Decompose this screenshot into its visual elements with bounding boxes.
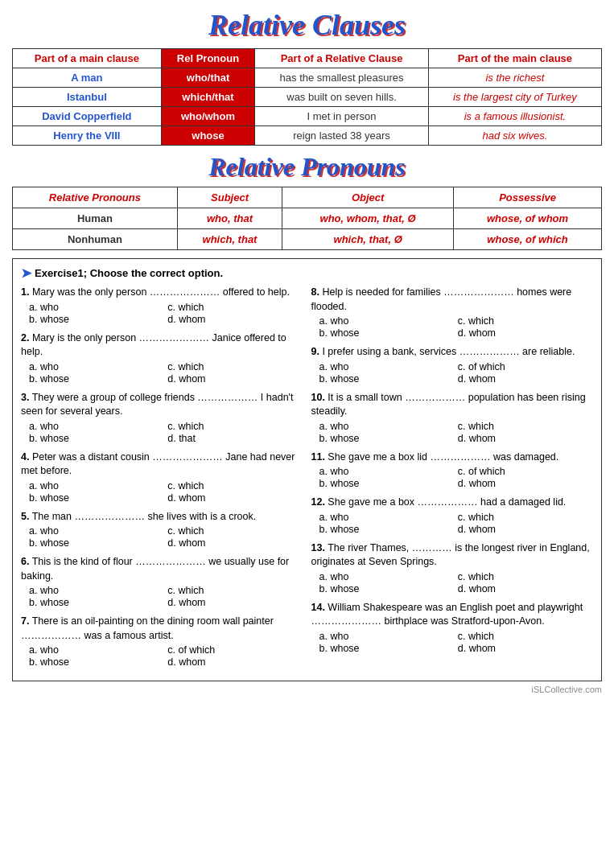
pronouns-cell-object: which, that, Ø <box>282 229 454 250</box>
question-item: 11. She gave me a box lid ……………… was dam… <box>311 450 594 490</box>
option-label: b. whose <box>29 373 164 385</box>
clauses-cell-main: Istanbul <box>13 88 162 107</box>
option-label: c. which <box>167 525 303 537</box>
option-label: b. whose <box>319 433 455 444</box>
question-num: 6. <box>21 556 29 567</box>
options-grid: a. whoc. whichb. whosed. whom <box>319 315 594 339</box>
question-item: 5. The man ………………… she lives with is a c… <box>21 510 303 549</box>
question-item: 12. She gave me a box ……………… had a damag… <box>311 496 594 535</box>
question-num: 13. <box>311 542 325 553</box>
option-label: c. which <box>458 631 593 642</box>
pronouns-cell-possessive: whose, of whom <box>454 208 602 229</box>
question-num: 7. <box>21 615 29 627</box>
question-text: 7. There is an oil-painting on the dinin… <box>21 615 303 643</box>
clauses-row: David Copperfieldwho/whomI met in person… <box>13 107 602 126</box>
options-grid: a. whoc. whichb. whosed. whom <box>319 512 594 535</box>
option-label: d. whom <box>458 433 593 444</box>
option-label: a. who <box>319 571 455 582</box>
option-label: b. whose <box>29 433 164 444</box>
question-num: 8. <box>311 286 319 298</box>
question-text: 4. Peter was a distant cousin ………………… Ja… <box>21 450 303 479</box>
clauses-cell-main: David Copperfield <box>13 107 162 126</box>
question-text: 10. It is a small town ……………… population… <box>311 391 594 419</box>
exercise-title-text: Exercise1; Choose the correct option. <box>35 267 223 279</box>
question-text: 12. She gave me a box ……………… had a damag… <box>311 496 594 510</box>
question-num: 14. <box>311 602 325 613</box>
option-label: a. who <box>319 466 455 477</box>
question-text: 8. Help is needed for families ………………… h… <box>311 286 594 314</box>
option-label: c. which <box>458 315 593 327</box>
option-label: b. whose <box>29 537 164 549</box>
clauses-cell-rel: was built on seven hills. <box>255 88 429 107</box>
clauses-header-3: Part of a Relative Clause <box>255 49 429 68</box>
exercise-columns: 1. Mary was the only person ………………… offe… <box>21 286 593 674</box>
pronouns-table: Relative Pronouns Subject Object Possess… <box>12 187 602 250</box>
question-item: 10. It is a small town ……………… population… <box>311 391 594 444</box>
question-text: 14. William Shakespeare was an English p… <box>311 601 594 629</box>
clauses-cell-main: A man <box>13 68 162 88</box>
clauses-header-1: Part of a main clause <box>13 49 162 68</box>
clauses-cell-pronoun: who/whom <box>161 107 255 126</box>
options-grid: a. whoc. of whichb. whosed. whom <box>319 466 594 489</box>
question-text: 2. Mary is the only person ………………… Janic… <box>21 331 303 360</box>
option-label: b. whose <box>319 327 455 339</box>
clauses-cell-rel: has the smallest pleasures <box>255 68 429 88</box>
option-label: b. whose <box>29 597 164 608</box>
pronouns-cell-label: Nonhuman <box>13 229 178 250</box>
pronouns-cell-object: who, whom, that, Ø <box>282 208 454 229</box>
clauses-row: Istanbulwhich/thatwas built on seven hil… <box>13 88 602 107</box>
options-grid: a. whoc. whichb. whosed. whom <box>319 421 594 444</box>
pronouns-row: Nonhumanwhich, thatwhich, that, Øwhose, … <box>13 229 602 250</box>
question-num: 4. <box>21 451 29 463</box>
question-text: 5. The man ………………… she lives with is a c… <box>21 510 303 525</box>
question-item: 7. There is an oil-painting on the dinin… <box>21 615 303 668</box>
clauses-row: A manwho/thathas the smallest pleasuresi… <box>13 68 602 88</box>
option-label: a. who <box>319 315 455 327</box>
option-label: d. whom <box>167 492 303 504</box>
pronouns-header-row: Relative Pronouns Subject Object Possess… <box>13 187 602 208</box>
option-label: d. whom <box>167 314 303 325</box>
option-label: a. who <box>29 525 164 537</box>
option-label: c. which <box>167 421 303 432</box>
option-label: a. who <box>29 644 164 656</box>
question-num: 11. <box>311 451 325 463</box>
option-label: c. which <box>167 361 303 372</box>
option-label: b. whose <box>319 524 455 535</box>
pronouns-cell-subject: which, that <box>177 229 282 250</box>
option-label: c. which <box>167 302 303 313</box>
question-item: 13. The river Thames, ………… is the longes… <box>311 541 594 594</box>
clauses-cell-main2: had six wives. <box>428 126 601 146</box>
option-label: c. which <box>167 585 303 596</box>
question-text: 13. The river Thames, ………… is the longes… <box>311 541 594 570</box>
clauses-cell-main: Henry the VIII <box>13 126 162 146</box>
option-label: c. which <box>458 421 593 432</box>
section2-title: Relative Pronouns <box>12 152 602 182</box>
question-text: 6. This is the kind of flour ………………… we … <box>21 555 303 583</box>
option-label: c. of which <box>458 466 593 477</box>
clauses-header-4: Part of the main clause <box>428 49 601 68</box>
clauses-table: Part of a main clause Rel Pronoun Part o… <box>12 48 602 146</box>
option-label: d. whom <box>167 656 303 668</box>
option-label: b. whose <box>29 492 164 504</box>
pronouns-row: Humanwho, thatwho, whom, that, Øwhose, o… <box>13 208 602 229</box>
pronouns-cell-possessive: whose, of which <box>454 229 602 250</box>
exercise-col-right: 8. Help is needed for families ………………… h… <box>311 286 594 674</box>
clauses-header-2: Rel Pronoun <box>161 49 255 68</box>
options-grid: a. whoc. of whichb. whosed. whom <box>29 644 303 668</box>
options-grid: a. whoc. of whichb. whosed. whom <box>319 361 594 385</box>
option-label: d. whom <box>167 537 303 549</box>
question-num: 3. <box>21 392 29 403</box>
option-label: a. who <box>29 302 164 313</box>
options-grid: a. whoc. whichb. whosed. that <box>29 421 303 444</box>
clauses-cell-pronoun: which/that <box>161 88 255 107</box>
question-item: 3. They were a group of college friends … <box>21 391 303 444</box>
exercise-col-left: 1. Mary was the only person ………………… offe… <box>21 286 303 674</box>
options-grid: a. whoc. whichb. whosed. whom <box>29 302 303 325</box>
option-label: b. whose <box>319 373 455 385</box>
option-label: d. whom <box>458 373 593 385</box>
option-label: b. whose <box>319 583 455 594</box>
option-label: d. whom <box>458 524 593 535</box>
option-label: c. of which <box>167 644 303 656</box>
options-grid: a. whoc. whichb. whosed. whom <box>29 525 303 549</box>
question-item: 9. I prefer using a bank, services ……………… <box>311 345 594 385</box>
